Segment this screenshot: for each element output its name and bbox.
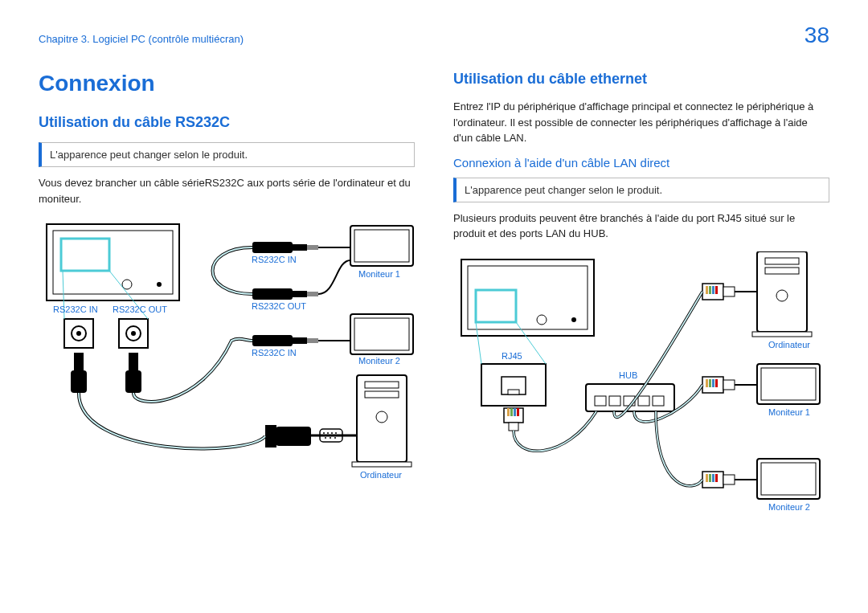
svg-rect-92: [709, 474, 711, 482]
label-ordinateur: Ordinateur: [360, 470, 402, 480]
diagram-ethernet: RJ45 HUB Ordinateur Moniteur 1 Moniteur …: [453, 251, 829, 549]
svg-rect-31: [293, 291, 307, 297]
svg-rect-42: [365, 391, 399, 398]
svg-rect-83: [709, 379, 711, 387]
label-moniteur2: Moniteur 2: [768, 502, 810, 512]
svg-rect-94: [715, 474, 718, 482]
svg-rect-84: [712, 379, 714, 387]
svg-rect-80: [761, 368, 816, 400]
label-rs232c-out: RS232C OUT: [113, 304, 167, 314]
svg-point-23: [335, 432, 337, 434]
svg-rect-16: [125, 370, 141, 393]
svg-rect-14: [71, 370, 87, 393]
svg-point-4: [157, 282, 162, 287]
label-moniteur2: Moniteur 2: [358, 356, 400, 366]
svg-rect-35: [307, 338, 318, 343]
svg-rect-66: [653, 396, 664, 406]
svg-rect-34: [293, 337, 307, 344]
svg-rect-44: [352, 462, 411, 467]
page-number: 38: [805, 22, 829, 48]
diagram-rs232c: RS232C IN RS232C OUT RS232C IN RS232C OU…: [39, 216, 415, 489]
svg-rect-59: [517, 408, 519, 416]
svg-rect-13: [74, 353, 84, 370]
svg-rect-30: [252, 288, 293, 300]
right-column: Utilisation du câble ethernet Entrez l'I…: [453, 71, 829, 549]
svg-rect-39: [354, 318, 409, 350]
svg-rect-85: [715, 379, 718, 387]
svg-point-22: [331, 432, 333, 434]
section-heading-connexion: Connexion: [39, 71, 415, 96]
svg-rect-73: [706, 286, 708, 294]
label-hub: HUB: [619, 370, 637, 380]
svg-point-49: [571, 317, 576, 322]
svg-point-43: [376, 411, 387, 423]
svg-point-25: [330, 437, 331, 439]
svg-rect-63: [609, 396, 620, 406]
svg-rect-15: [129, 353, 138, 370]
svg-rect-46: [468, 266, 588, 329]
note-appearance-left: L'apparence peut changer selon le produi…: [39, 142, 415, 167]
svg-rect-58: [514, 408, 516, 416]
label-moniteur1: Moniteur 1: [768, 407, 810, 417]
svg-rect-74: [709, 286, 711, 294]
svg-point-24: [325, 437, 326, 439]
svg-point-70: [776, 290, 788, 301]
svg-rect-32: [307, 292, 318, 296]
svg-rect-60: [509, 423, 518, 431]
svg-rect-37: [354, 230, 409, 262]
label-rs232c-out: RS232C OUT: [252, 301, 306, 311]
svg-rect-56: [507, 408, 510, 416]
svg-rect-69: [765, 268, 799, 274]
svg-point-3: [122, 280, 132, 289]
note-appearance-right: L'apparence peut changer selon le produi…: [453, 178, 829, 202]
svg-rect-27: [252, 242, 293, 253]
left-column: Connexion Utilisation du câble RS232C L'…: [39, 71, 415, 549]
chapter-label: Chapitre 3. Logiciel PC (contrôle multié…: [39, 33, 244, 45]
svg-rect-65: [638, 396, 649, 406]
svg-rect-41: [365, 382, 399, 388]
label-rs232c-in: RS232C IN: [53, 304, 98, 314]
svg-rect-93: [712, 474, 714, 482]
svg-rect-33: [252, 335, 293, 346]
svg-rect-18: [265, 425, 276, 447]
body-lan-hub: Plusieurs produits peuvent être branchés…: [453, 210, 829, 242]
svg-point-48: [537, 315, 547, 325]
svg-rect-75: [712, 286, 714, 294]
document-header: Chapitre 3. Logiciel PC (contrôle multié…: [39, 22, 829, 48]
svg-point-7: [76, 331, 81, 336]
svg-point-20: [323, 432, 325, 434]
svg-rect-1: [53, 231, 173, 294]
svg-rect-29: [307, 245, 318, 250]
svg-rect-89: [761, 463, 816, 495]
label-ordinateur: Ordinateur: [768, 340, 810, 349]
subheading-rs232c: Utilisation du câble RS232C: [39, 114, 415, 131]
svg-rect-52: [508, 390, 519, 394]
svg-rect-62: [595, 396, 606, 406]
svg-point-21: [327, 432, 329, 434]
svg-rect-86: [723, 380, 735, 390]
svg-rect-17: [276, 427, 311, 446]
svg-rect-71: [752, 332, 812, 337]
body-rs232c: Vous devez brancher un câble sérieRS232C…: [39, 175, 415, 206]
svg-rect-82: [706, 379, 708, 387]
svg-point-26: [334, 437, 336, 439]
subheading-ethernet: Utilisation du câble ethernet: [453, 71, 829, 88]
svg-rect-95: [723, 475, 735, 484]
svg-rect-91: [706, 474, 708, 482]
svg-point-10: [131, 331, 136, 336]
label-rs232c-in: RS232C IN: [252, 255, 297, 264]
svg-rect-76: [715, 286, 718, 294]
svg-rect-57: [510, 408, 513, 416]
body-ethernet-intro: Entrez l'IP du périphérique d'affichage …: [453, 99, 829, 146]
label-moniteur1: Moniteur 1: [358, 269, 400, 279]
label-rj45: RJ45: [502, 351, 522, 361]
svg-rect-68: [765, 258, 799, 264]
svg-rect-28: [293, 244, 307, 251]
label-rs232c-in: RS232C IN: [252, 348, 297, 358]
subheading-lan-direct: Connexion à l'aide d'un câble LAN direct: [453, 156, 829, 170]
svg-rect-77: [723, 287, 735, 296]
